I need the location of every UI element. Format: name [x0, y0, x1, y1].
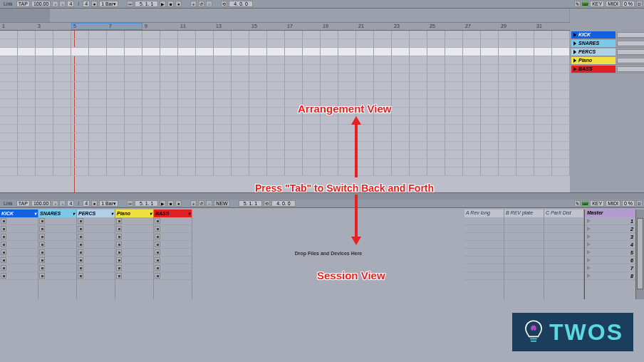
clip-stop-button[interactable]: [155, 249, 160, 255]
scene-row[interactable]: 7: [585, 264, 635, 272]
return-track-header[interactable]: C ParII Dist: [544, 210, 583, 217]
track-name[interactable]: PERCS: [571, 48, 616, 56]
scene-launch-button[interactable]: [587, 219, 591, 223]
tempo-nudge-down-2[interactable]: ‹: [52, 200, 58, 207]
loop-brace[interactable]: [71, 23, 142, 30]
scene-launch-button[interactable]: [587, 227, 591, 231]
scene-launch-button[interactable]: [587, 242, 591, 247]
pencil-button[interactable]: ✎: [574, 1, 581, 7]
track-volume[interactable]: [617, 49, 644, 55]
automation-arm-button[interactable]: ↺: [198, 1, 204, 7]
clip-stop-button[interactable]: [155, 242, 160, 247]
clip-slot[interactable]: [77, 225, 115, 233]
link-label[interactable]: Link: [1, 1, 15, 6]
session-track-header[interactable]: PERCS▾: [77, 210, 115, 217]
clip-slot[interactable]: [0, 241, 38, 249]
clip-slot[interactable]: [154, 233, 192, 241]
clip-stop-button[interactable]: [1, 226, 6, 232]
clip-stop-button[interactable]: [39, 265, 45, 271]
overdub-button[interactable]: +: [190, 1, 197, 7]
loop-length[interactable]: 4. 0. 0: [229, 1, 252, 7]
clip-slot[interactable]: [154, 225, 192, 233]
session-track-header[interactable]: KICK▾: [0, 210, 38, 217]
session-track-header[interactable]: BASS▾: [154, 210, 192, 217]
track-name[interactable]: Piano: [571, 57, 616, 64]
clip-slot[interactable]: [0, 217, 38, 225]
clip-slot[interactable]: [115, 241, 153, 249]
clip-slot[interactable]: [115, 272, 153, 280]
tempo-field[interactable]: 100.00: [31, 1, 51, 7]
new-button[interactable]: NEW: [214, 200, 229, 207]
clip-slot[interactable]: [115, 225, 153, 233]
track-name[interactable]: BASS: [571, 66, 616, 73]
track-name[interactable]: KICK: [571, 31, 616, 38]
clip-slot[interactable]: [38, 257, 76, 264]
tap-button[interactable]: TAP: [16, 1, 30, 7]
clip-slot[interactable]: [154, 264, 192, 272]
clip-stop-button[interactable]: [78, 218, 83, 224]
clip-slot[interactable]: [115, 257, 153, 264]
punch-in-position[interactable]: 5. 1. 1: [239, 200, 262, 207]
clip-stop-button[interactable]: [1, 242, 6, 247]
clip-slot[interactable]: [38, 241, 76, 249]
clip-stop-button[interactable]: [39, 249, 45, 255]
clip-stop-button[interactable]: [116, 265, 122, 271]
clip-slot[interactable]: [115, 233, 153, 241]
key-map-button[interactable]: KEY: [590, 1, 604, 7]
clip-slot[interactable]: [154, 217, 192, 225]
stop-button-2[interactable]: ■: [167, 200, 174, 207]
clip-slot[interactable]: [77, 264, 115, 272]
clip-slot[interactable]: [77, 257, 115, 264]
arrangement-position[interactable]: 5. 1. 1: [135, 1, 158, 7]
metronome-button[interactable]: ●: [91, 1, 98, 7]
clip-slot[interactable]: [154, 257, 192, 264]
loop-button[interactable]: ⟲: [221, 1, 227, 7]
clip-slot[interactable]: [38, 217, 76, 225]
return-track-header[interactable]: B REV plate: [504, 210, 544, 217]
clip-slot[interactable]: [0, 257, 38, 264]
scene-launch-button[interactable]: [587, 274, 591, 278]
clip-slot[interactable]: [0, 233, 38, 241]
clip-stop-button[interactable]: [155, 273, 160, 279]
clip-slot[interactable]: [38, 249, 76, 257]
clip-stop-button[interactable]: [116, 257, 122, 263]
session-scrollbar-v[interactable]: [635, 210, 644, 299]
clip-slot[interactable]: [38, 264, 76, 272]
clip-slot[interactable]: [0, 225, 38, 233]
loop-button-2[interactable]: ⟲: [264, 200, 270, 207]
return-track-header[interactable]: A Rev long: [464, 210, 504, 217]
midi-map-button[interactable]: MIDI: [606, 1, 620, 7]
clip-stop-button[interactable]: [78, 242, 83, 247]
clip-stop-button[interactable]: [39, 234, 45, 239]
tempo-nudge-down[interactable]: ‹: [52, 1, 58, 7]
clip-slot[interactable]: [77, 233, 115, 241]
clip-stop-button[interactable]: [78, 249, 83, 255]
clip-slot[interactable]: [38, 272, 76, 280]
arrangement-scrollbar-h[interactable]: [0, 192, 644, 200]
scene-launch-button[interactable]: [587, 266, 591, 270]
arrangement-grid[interactable]: [0, 31, 570, 192]
scene-row[interactable]: 6: [585, 257, 635, 264]
track-row[interactable]: BASS 7 S: [570, 65, 644, 73]
clip-slot[interactable]: [154, 241, 192, 249]
clip-stop-button[interactable]: [1, 218, 6, 224]
clip-stop-button[interactable]: [1, 257, 6, 263]
scene-row[interactable]: 4: [585, 241, 635, 249]
scene-launch-button[interactable]: [587, 258, 591, 262]
sig-denominator[interactable]: 4: [83, 1, 90, 7]
clip-stop-button[interactable]: [78, 234, 83, 239]
quantize-select[interactable]: 1 Bar ▾: [99, 1, 118, 7]
scene-row[interactable]: 3: [585, 233, 635, 241]
track-row[interactable]: PERCS 4 S: [570, 48, 644, 56]
scene-row[interactable]: 5: [585, 249, 635, 257]
sig-numerator[interactable]: 4: [67, 1, 74, 7]
stop-button[interactable]: ■: [167, 1, 174, 7]
record-button-2[interactable]: ●: [175, 200, 182, 207]
clip-stop-button[interactable]: [39, 257, 45, 263]
scene-launch-button[interactable]: [587, 250, 591, 254]
clip-stop-button[interactable]: [78, 257, 83, 263]
scene-row[interactable]: 8: [585, 272, 635, 280]
follow-button-2[interactable]: ↣: [127, 200, 133, 207]
clip-slot[interactable]: [0, 264, 38, 272]
master-header[interactable]: Master: [585, 210, 635, 217]
